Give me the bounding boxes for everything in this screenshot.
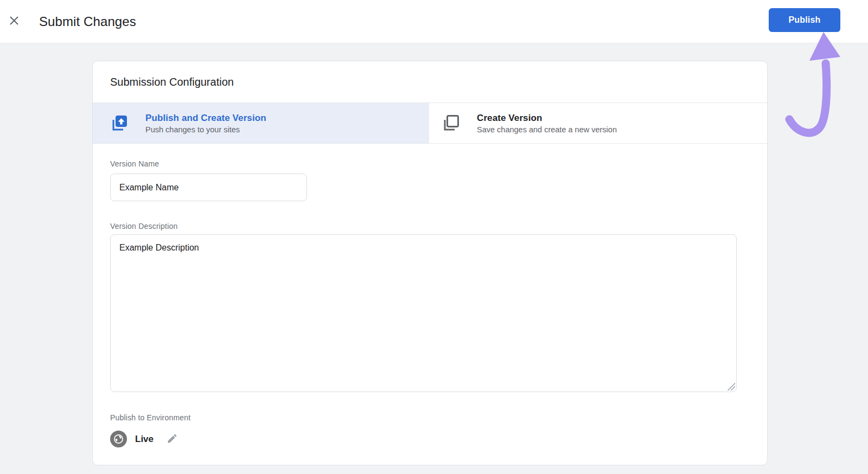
environment-name: Live (135, 434, 154, 445)
tab-text-block: Publish and Create Version Push changes … (145, 113, 266, 134)
environment-row: Live (110, 431, 750, 447)
close-button[interactable] (1, 9, 27, 35)
tab-text-block: Create Version Save changes and create a… (477, 113, 617, 134)
submission-type-tabs: Publish and Create Version Push changes … (93, 103, 767, 144)
publish-upload-icon (110, 113, 129, 133)
publish-button[interactable]: Publish (769, 8, 840, 32)
tab-label: Create Version (477, 113, 617, 124)
version-name-input[interactable] (110, 174, 307, 201)
version-description-label: Version Description (110, 222, 750, 230)
page-title: Submit Changes (39, 14, 136, 29)
submission-configuration-card: Submission Configuration Publish and Cre… (92, 61, 768, 465)
card-header: Submission Configuration (93, 61, 767, 103)
top-app-bar: Submit Changes Publish (0, 0, 868, 43)
version-description-textarea[interactable]: Example Description (110, 234, 737, 392)
tab-sublabel: Push changes to your sites (145, 125, 266, 134)
edit-pencil-icon (167, 433, 178, 446)
annotation-arrow (770, 30, 852, 146)
submission-form: Version Name Version Description Example… (93, 144, 767, 447)
tab-sublabel: Save changes and create a new version (477, 125, 617, 134)
close-icon (8, 14, 21, 29)
globe-icon (110, 431, 127, 447)
tab-label: Publish and Create Version (145, 113, 266, 124)
edit-environment-button[interactable] (165, 433, 178, 446)
card-title: Submission Configuration (110, 76, 234, 88)
copy-pages-icon (441, 113, 461, 133)
version-description-wrap: Example Description (110, 234, 737, 392)
tab-create-version[interactable]: Create Version Save changes and create a… (429, 103, 767, 143)
version-name-label: Version Name (110, 159, 159, 168)
tab-publish-and-create-version[interactable]: Publish and Create Version Push changes … (93, 103, 429, 143)
publish-to-environment-label: Publish to Environment (110, 413, 750, 422)
